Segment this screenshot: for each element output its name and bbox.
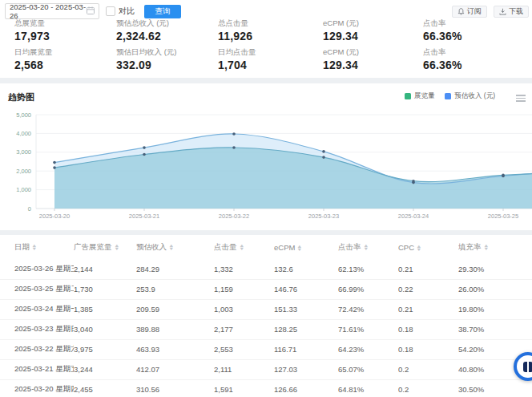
y-axis-tick-label: 4,000 — [16, 130, 31, 137]
legend-label: 展览量 — [414, 91, 435, 101]
kpi-value: 332.09 — [116, 58, 218, 73]
column-header[interactable]: CPC▲▼ — [398, 235, 458, 259]
table-cell: 126.66 — [274, 379, 338, 397]
kpi-value: 17,973 — [14, 29, 116, 44]
table-cell: 151.33 — [274, 299, 338, 319]
table-cell: 2025-03-20 星期四 — [0, 379, 74, 397]
table-row[interactable]: 2025-03-24 星期一1,385209.591,003151.3372.4… — [0, 299, 532, 319]
compare-checkbox[interactable] — [106, 6, 115, 16]
column-header[interactable]: 广告展览量▲▼ — [74, 235, 136, 259]
column-header[interactable]: 点击量▲▼ — [214, 235, 274, 259]
sort-carets-icon[interactable]: ▲▼ — [169, 244, 173, 250]
table-cell: 310.56 — [136, 379, 214, 397]
x-axis-tick-label: 2025-03-23 — [308, 213, 339, 220]
column-header[interactable]: 日期▲▼ — [0, 235, 74, 259]
data-point — [143, 146, 146, 149]
table-cell: 2,553 — [214, 339, 274, 359]
floating-widget-icon — [523, 362, 532, 372]
x-axis-tick-label: 2025-03-25 — [488, 213, 518, 220]
table-cell: 1,591 — [214, 379, 274, 397]
table-row[interactable]: 2025-03-22 星期六3,975463.932,553116.7164.2… — [0, 339, 532, 359]
sort-carets-icon[interactable]: ▲▼ — [484, 244, 488, 250]
kpi-cell: eCPM (元)129.34 — [323, 18, 423, 44]
data-point — [232, 132, 236, 136]
kpi-value: 11,926 — [218, 29, 323, 44]
chart-legend: 展览量预估收入 (元) — [405, 91, 495, 101]
kpi-cell: 点击率66.36% — [423, 47, 532, 73]
kpi-value: 129.34 — [323, 29, 423, 44]
x-axis-tick-label: 2025-03-24 — [398, 213, 429, 220]
chart-menu-icon[interactable] — [516, 93, 526, 103]
kpi-cell: 日均点击量1,704 — [218, 47, 323, 73]
table-cell: 0.18 — [398, 319, 458, 339]
sort-carets-icon[interactable]: ▲▼ — [417, 245, 421, 251]
kpi-cell: 总展览量17,973 — [14, 18, 116, 44]
column-header-label: eCPM — [274, 243, 295, 252]
column-header[interactable]: 预估收入▲▼ — [136, 235, 214, 259]
kpi-label: eCPM (元) — [323, 47, 423, 58]
kpi-label: 日均点击量 — [218, 47, 323, 58]
data-point — [143, 153, 146, 156]
download-button[interactable]: 下载 — [494, 6, 529, 18]
kpi-label: 日均展览量 — [14, 47, 116, 58]
legend-item[interactable]: 展览量 — [405, 91, 435, 101]
table-row[interactable]: 2025-03-21 星期五3,244412.072,111127.0365.0… — [0, 359, 532, 379]
column-header-label: 点击量 — [214, 242, 237, 251]
chart-header: 趋势图 展览量预估收入 (元) — [8, 90, 532, 104]
x-axis-tick-label: 2025-03-22 — [219, 213, 249, 220]
table-cell: 38.70% — [458, 319, 532, 339]
subscribe-icon — [457, 8, 465, 15]
kpi-cell: 预估总收入 (元)2,324.62 — [116, 18, 218, 44]
table-cell: 26.00% — [458, 279, 532, 299]
kpi-label: eCPM (元) — [323, 18, 423, 29]
column-header[interactable]: 填充率▲▼ — [458, 235, 532, 259]
legend-item[interactable]: 预估收入 (元) — [445, 91, 495, 101]
sort-carets-icon[interactable]: ▲▼ — [240, 244, 244, 250]
filter-summary-card: 2025-03-20 - 2025-03-26 对比 查询 订阅 下载 总展览量… — [0, 0, 532, 78]
subscribe-label: 订阅 — [467, 6, 482, 17]
query-button[interactable]: 查询 — [144, 5, 181, 18]
table-cell: 64.81% — [338, 379, 398, 397]
subscribe-button[interactable]: 订阅 — [452, 6, 487, 18]
kpi-label: 总展览量 — [14, 18, 116, 29]
table-cell: 3,975 — [74, 339, 136, 359]
kpi-label: 点击率 — [423, 18, 532, 29]
table-cell: 128.25 — [274, 319, 338, 339]
x-axis-tick-label: 2025-03-20 — [39, 213, 70, 220]
table-cell: 2025-03-21 星期五 — [0, 359, 74, 379]
x-axis-tick-label: 2025-03-21 — [129, 213, 159, 220]
sort-carets-icon[interactable]: ▲▼ — [115, 244, 119, 250]
chart-title: 趋势图 — [8, 91, 34, 103]
table-cell: 0.22 — [398, 279, 458, 299]
table-cell: 62.13% — [338, 259, 398, 279]
sort-carets-icon[interactable]: ▲▼ — [297, 245, 301, 251]
summary-kpis: 总展览量17,973预估总收入 (元)2,324.62总点击量11,926eCP… — [0, 18, 532, 75]
table-row[interactable]: 2025-03-25 星期二1,730253.91,159146.7666.99… — [0, 279, 532, 299]
table-row[interactable]: 2025-03-20 星期四2,455310.561,591126.6664.8… — [0, 379, 532, 397]
data-point — [412, 180, 415, 183]
column-header-label: 预估收入 — [136, 242, 167, 251]
sort-carets-icon[interactable]: ▲▼ — [364, 244, 368, 250]
table-cell: 284.29 — [136, 259, 214, 279]
table-cell: 389.88 — [136, 319, 214, 339]
kpi-label: 预估总收入 (元) — [116, 18, 218, 29]
table-cell: 132.6 — [274, 259, 338, 279]
trend-area-chart[interactable]: 01,0002,0003,0004,0005,0002025-03-202025… — [0, 104, 532, 225]
column-header[interactable]: 点击率▲▼ — [338, 235, 398, 259]
download-label: 下载 — [509, 6, 523, 17]
legend-swatch-icon — [445, 93, 451, 99]
table-cell: 64.23% — [338, 339, 398, 359]
data-point — [53, 166, 56, 169]
sort-carets-icon[interactable]: ▲▼ — [32, 244, 36, 250]
column-header[interactable]: eCPM▲▼ — [274, 235, 338, 259]
table-cell: 2025-03-23 星期日 — [0, 319, 74, 339]
table-cell: 2,144 — [74, 259, 136, 279]
date-range-input[interactable]: 2025-03-20 - 2025-03-26 — [5, 3, 99, 19]
table-cell: 2025-03-25 星期二 — [0, 279, 74, 299]
kpi-cell: 日均展览量2,568 — [14, 47, 116, 73]
table-cell: 3,244 — [74, 359, 136, 379]
table-row[interactable]: 2025-03-23 星期日3,040389.882,177128.2571.6… — [0, 319, 532, 339]
kpi-value: 1,704 — [218, 58, 323, 73]
table-cell: 412.07 — [136, 359, 214, 379]
table-row[interactable]: 2025-03-26 星期三2,144284.291,332132.662.13… — [0, 259, 532, 279]
